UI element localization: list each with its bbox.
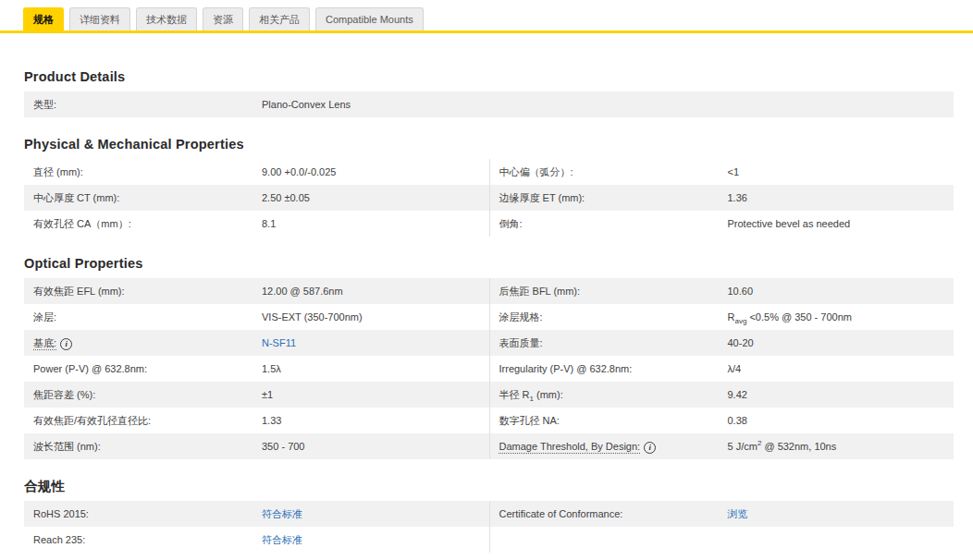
spec-label: 有效焦距 EFL (mm): <box>33 278 262 304</box>
spec-value: Ravg <0.5% @ 350 - 700nm <box>728 304 955 330</box>
spec-table: 类型:Plano-Convex Lens <box>24 91 954 117</box>
tab-resources[interactable]: 资源 <box>203 7 243 30</box>
spec-label: 有效孔径 CA（mm）: <box>33 211 262 237</box>
spec-label: 后焦距 BFL (mm): <box>499 278 728 304</box>
spec-value: ±1 <box>262 382 489 408</box>
spec-value: 5 J/cm2 @ 532nm, 10ns <box>728 433 955 459</box>
spec-row: 直径 (mm):9.00 +0.0/-0.025中心偏（弧分）:<1 <box>24 159 954 185</box>
spec-value: 2.50 ±0.05 <box>262 185 489 211</box>
spec-label: 倒角: <box>499 211 728 237</box>
spec-cell: 中心偏（弧分）:<1 <box>489 159 955 185</box>
spec-value: 8.1 <box>262 211 489 237</box>
section-title: 合规性 <box>24 480 954 493</box>
spec-cell: 中心厚度 CT (mm):2.50 ±0.05 <box>24 185 489 211</box>
spec-cell: 边缘厚度 ET (mm):1.36 <box>489 185 955 211</box>
spec-cell: 倒角:Protective bevel as needed <box>489 211 955 237</box>
spec-value-link[interactable]: 符合标准 <box>262 501 489 527</box>
spec-value: 1.33 <box>262 408 489 433</box>
tab-compatible-mounts[interactable]: Compatible Mounts <box>315 7 424 30</box>
section-title: Optical Properties <box>24 257 954 271</box>
spec-value: 10.60 <box>728 278 955 304</box>
spec-value: λ/4 <box>728 356 955 382</box>
spec-row: 类型:Plano-Convex Lens <box>24 91 954 117</box>
spec-row: Power (P-V) @ 632.8nm:1.5λIrregularity (… <box>24 356 954 382</box>
section: Physical & Mechanical Properties直径 (mm):… <box>24 138 954 237</box>
spec-table: 有效焦距 EFL (mm):12.00 @ 587.6nm后焦距 BFL (mm… <box>24 278 954 459</box>
spec-label: Reach 235: <box>33 527 262 553</box>
spec-row: 有效孔径 CA（mm）:8.1倒角:Protective bevel as ne… <box>24 211 954 237</box>
spec-label: Power (P-V) @ 632.8nm: <box>33 356 262 382</box>
spec-label: 直径 (mm): <box>33 159 262 185</box>
spec-cell: 涂层规格:Ravg <0.5% @ 350 - 700nm <box>489 304 955 330</box>
spec-cell: 焦距容差 (%):±1 <box>24 382 489 408</box>
spec-value: 40-20 <box>728 330 955 356</box>
spec-label: 波长范围 (nm): <box>33 433 262 459</box>
spec-label: 基底:i <box>33 330 262 356</box>
tab-bar: 规格详细资料技术数据资源相关产品Compatible Mounts <box>0 0 973 33</box>
spec-label: Certificate of Conformance: <box>499 501 728 527</box>
spec-cell: 数字孔径 NA:0.38 <box>489 408 955 433</box>
spec-value: 1.36 <box>728 185 955 211</box>
spec-value: 350 - 700 <box>262 433 489 459</box>
spec-cell: RoHS 2015:符合标准 <box>24 501 489 527</box>
info-icon[interactable]: i <box>60 338 72 350</box>
spec-cell: 基底:iN-SF11 <box>24 330 489 356</box>
tab-tech-data[interactable]: 技术数据 <box>136 7 197 30</box>
spec-row: 焦距容差 (%):±1半径 R1 (mm):9.42 <box>24 382 954 408</box>
spec-value: <1 <box>728 159 955 185</box>
spec-label: 数字孔径 NA: <box>499 408 728 433</box>
spec-label: 中心偏（弧分）: <box>499 159 728 185</box>
spec-value-link[interactable]: N-SF11 <box>262 330 489 356</box>
spec-cell: 后焦距 BFL (mm):10.60 <box>489 278 955 304</box>
spec-value: VIS-EXT (350-700nm) <box>262 304 489 330</box>
info-icon[interactable]: i <box>644 442 656 454</box>
spec-label: Damage Threshold, By Design:i <box>499 433 728 459</box>
section-title: Physical & Mechanical Properties <box>24 138 954 152</box>
spec-table: 直径 (mm):9.00 +0.0/-0.025中心偏（弧分）:<1中心厚度 C… <box>24 159 954 237</box>
spec-label: 半径 R1 (mm): <box>499 382 728 408</box>
spec-value: 1.5λ <box>262 356 489 382</box>
spec-row: 波长范围 (nm):350 - 700Damage Threshold, By … <box>24 433 954 459</box>
spec-value: Protective bevel as needed <box>728 211 955 237</box>
spec-cell: Certificate of Conformance:浏览 <box>489 501 955 527</box>
section: Optical Properties有效焦距 EFL (mm):12.00 @ … <box>24 257 954 459</box>
spec-value: Plano-Convex Lens <box>262 91 954 117</box>
spec-label: 有效焦距/有效孔径直径比: <box>33 408 262 433</box>
spec-label: 边缘厚度 ET (mm): <box>499 185 728 211</box>
spec-value-link[interactable]: 符合标准 <box>262 527 489 553</box>
spec-row: 基底:iN-SF11表面质量:40-20 <box>24 330 954 356</box>
spec-cell: 类型:Plano-Convex Lens <box>24 91 954 117</box>
spec-cell: Damage Threshold, By Design:i5 J/cm2 @ 5… <box>489 433 955 459</box>
spec-value: 0.38 <box>728 408 955 433</box>
spec-cell: Reach 235:符合标准 <box>24 527 489 553</box>
spec-cell: 半径 R1 (mm):9.42 <box>489 382 955 408</box>
spec-row: 中心厚度 CT (mm):2.50 ±0.05边缘厚度 ET (mm):1.36 <box>24 185 954 211</box>
spec-cell: 波长范围 (nm):350 - 700 <box>24 433 489 459</box>
tab-related-products[interactable]: 相关产品 <box>249 7 310 30</box>
spec-cell: 有效焦距 EFL (mm):12.00 @ 587.6nm <box>24 278 489 304</box>
spec-label: Irregularity (P-V) @ 632.8nm: <box>499 356 728 382</box>
spec-cell: 有效焦距/有效孔径直径比:1.33 <box>24 408 489 433</box>
spec-cell: Power (P-V) @ 632.8nm:1.5λ <box>24 356 489 382</box>
spec-value-link[interactable]: 浏览 <box>728 501 955 527</box>
spec-cell: 有效孔径 CA（mm）:8.1 <box>24 211 489 237</box>
spec-cell: 表面质量:40-20 <box>489 330 955 356</box>
spec-table: RoHS 2015:符合标准Certificate of Conformance… <box>24 501 954 553</box>
spec-row: 有效焦距 EFL (mm):12.00 @ 587.6nm后焦距 BFL (mm… <box>24 278 954 304</box>
content: Product Details类型:Plano-Convex LensPhysi… <box>24 70 954 553</box>
spec-cell: Irregularity (P-V) @ 632.8nm:λ/4 <box>489 356 955 382</box>
spec-row: Reach 235:符合标准 <box>24 527 954 553</box>
spec-label: 类型: <box>33 91 262 117</box>
spec-label: RoHS 2015: <box>33 501 262 527</box>
spec-row: 有效焦距/有效孔径直径比:1.33数字孔径 NA:0.38 <box>24 408 954 433</box>
spec-label: 中心厚度 CT (mm): <box>33 185 262 211</box>
spec-label: 涂层规格: <box>499 304 728 330</box>
spec-label: 表面质量: <box>499 330 728 356</box>
spec-row: 涂层:VIS-EXT (350-700nm)涂层规格:Ravg <0.5% @ … <box>24 304 954 330</box>
section-title: Product Details <box>24 70 954 84</box>
spec-row: RoHS 2015:符合标准Certificate of Conformance… <box>24 501 954 527</box>
tab-details[interactable]: 详细资料 <box>69 7 130 30</box>
spec-cell: 涂层:VIS-EXT (350-700nm) <box>24 304 489 330</box>
tab-specs[interactable]: 规格 <box>23 7 64 30</box>
spec-label: 涂层: <box>33 304 262 330</box>
